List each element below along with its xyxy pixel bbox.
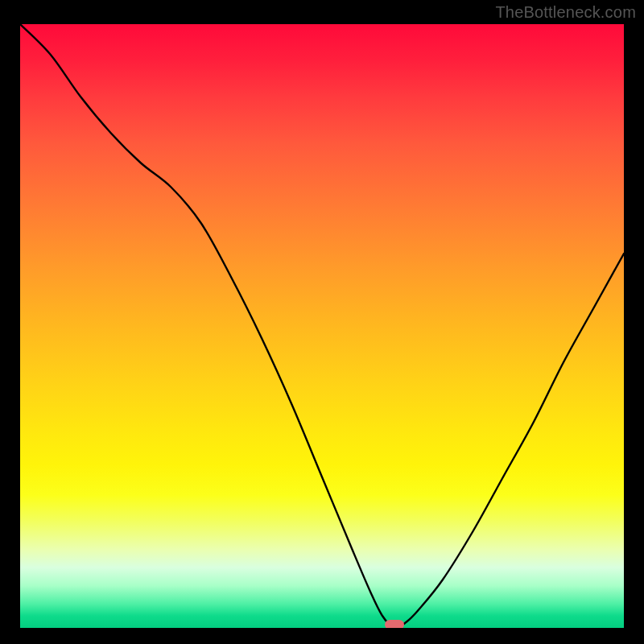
chart-frame: TheBottleneck.com (0, 0, 644, 644)
watermark-text: TheBottleneck.com (495, 3, 636, 22)
bottleneck-curve (20, 24, 624, 628)
plot-area (20, 24, 624, 628)
optimal-marker (385, 620, 404, 628)
